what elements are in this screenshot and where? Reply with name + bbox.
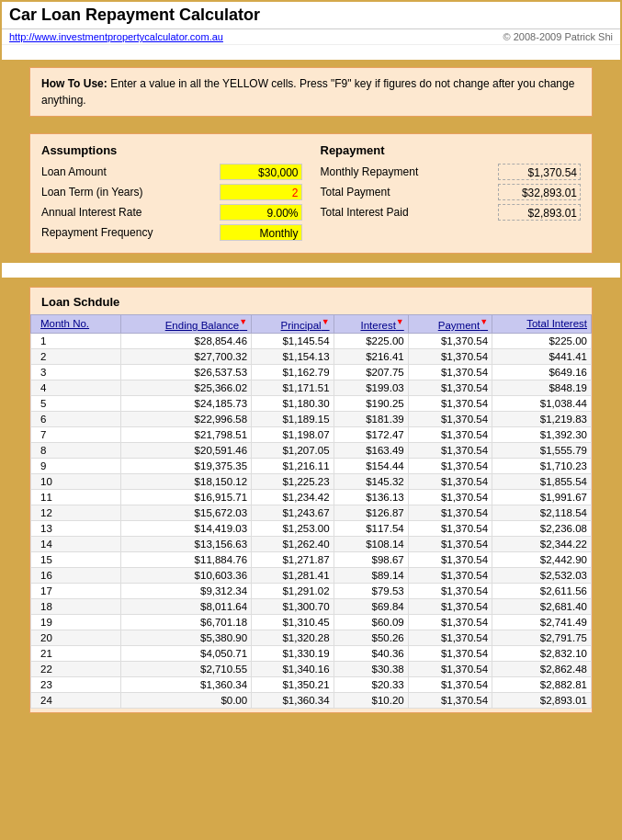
table-cell: $154.44 (334, 458, 408, 473)
col-interest: Interest▼ (334, 315, 408, 334)
assumptions-title: Assumptions (41, 143, 302, 157)
loan-term-value[interactable]: 2 (220, 184, 302, 200)
table-cell: 2 (31, 348, 121, 364)
table-row: 21$4,050.71$1,330.19$40.36$1,370.54$2,83… (31, 645, 592, 661)
interest-rate-value[interactable]: 9.00% (220, 204, 302, 221)
table-cell: $1,370.54 (408, 676, 492, 692)
spacer-1 (2, 124, 620, 130)
table-cell: 18 (31, 598, 121, 614)
table-cell: 12 (31, 505, 121, 520)
table-cell: $1,271.87 (252, 551, 334, 567)
schedule-table: Month No. Ending Balance▼ Principal▼ Int… (30, 314, 592, 709)
table-cell: $1,370.54 (408, 661, 492, 676)
table-cell: $1,243.67 (252, 505, 334, 520)
table-cell: $1,370.54 (408, 442, 492, 458)
table-cell: $1,162.79 (252, 364, 334, 380)
table-cell: 13 (31, 520, 121, 536)
table-row: 18$8,011.64$1,300.70$69.84$1,370.54$2,68… (31, 598, 592, 614)
table-row: 24$0.00$1,360.34$10.20$1,370.54$2,893.01 (31, 692, 592, 708)
table-cell: 22 (31, 661, 121, 676)
schedule-header-row: Month No. Ending Balance▼ Principal▼ Int… (31, 315, 592, 334)
table-cell: 23 (31, 676, 121, 692)
table-cell: $26,537.53 (121, 364, 252, 380)
table-cell: $2,118.54 (492, 505, 592, 520)
table-cell: $1,180.30 (252, 395, 334, 411)
table-row: 15$11,884.76$1,271.87$98.67$1,370.54$2,4… (31, 551, 592, 567)
table-row: 10$18,150.12$1,225.23$145.32$1,370.54$1,… (31, 473, 592, 489)
table-cell: $1,154.13 (252, 348, 334, 364)
table-cell: $1,300.70 (252, 598, 334, 614)
repayment-frequency-row: Repayment Frequency Monthly (41, 223, 302, 242)
table-row: 20$5,380.90$1,320.28$50.26$1,370.54$2,79… (31, 630, 592, 645)
table-cell: 21 (31, 645, 121, 661)
table-cell: $172.47 (334, 426, 408, 442)
table-cell: $181.39 (334, 411, 408, 426)
table-cell: 7 (31, 426, 121, 442)
table-cell: $9,312.34 (121, 583, 252, 598)
table-cell: 10 (31, 473, 121, 489)
table-cell: $2,741.49 (492, 614, 592, 630)
loan-amount-label: Loan Amount (41, 165, 220, 178)
table-cell: $225.00 (334, 333, 408, 348)
interest-rate-row: Annual Interest Rate 9.00% (41, 203, 302, 221)
table-cell: $20.33 (334, 676, 408, 692)
table-cell: $216.41 (334, 348, 408, 364)
table-cell: $2,882.81 (492, 676, 592, 692)
table-cell: $1,392.30 (492, 426, 592, 442)
total-interest-label: Total Interest Paid (321, 206, 499, 219)
table-cell: $2,893.01 (492, 692, 592, 708)
table-cell: 19 (31, 614, 121, 630)
table-cell: $1,262.40 (252, 536, 334, 551)
table-cell: 5 (31, 395, 121, 411)
table-row: 16$10,603.36$1,281.41$89.14$1,370.54$2,5… (31, 567, 592, 583)
table-cell: $649.16 (492, 364, 592, 380)
table-cell: $1,189.15 (252, 411, 334, 426)
loan-amount-value[interactable]: $30,000 (220, 164, 302, 180)
table-row: 22$2,710.55$1,340.16$30.38$1,370.54$2,86… (31, 661, 592, 676)
table-cell: $848.19 (492, 380, 592, 395)
total-payment-label: Total Payment (321, 186, 499, 199)
table-cell: $2,344.22 (492, 536, 592, 551)
table-cell: $20,591.46 (121, 442, 252, 458)
table-cell: $10.20 (334, 692, 408, 708)
table-cell: $25,366.02 (121, 380, 252, 395)
table-row: 3$26,537.53$1,162.79$207.75$1,370.54$649… (31, 364, 592, 380)
title-text: Car Loan Repayment Calculator (9, 6, 260, 24)
table-cell: 11 (31, 489, 121, 505)
table-cell: $21,798.51 (121, 426, 252, 442)
table-row: 17$9,312.34$1,291.02$79.53$1,370.54$2,61… (31, 583, 592, 598)
table-cell: 8 (31, 442, 121, 458)
table-cell: $1,370.54 (408, 333, 492, 348)
loan-term-row: Loan Term (in Years) 2 (41, 183, 302, 201)
table-cell: $126.87 (334, 505, 408, 520)
empty-row-3 (2, 45, 620, 60)
table-cell: $1,991.67 (492, 489, 592, 505)
table-cell: $1,370.54 (408, 426, 492, 442)
table-row: 9$19,375.35$1,216.11$154.44$1,370.54$1,7… (31, 458, 592, 473)
table-cell: $19,375.35 (121, 458, 252, 473)
table-cell: $15,672.03 (121, 505, 252, 520)
table-cell: $145.32 (334, 473, 408, 489)
table-cell: $11,884.76 (121, 551, 252, 567)
table-cell: $1,310.45 (252, 614, 334, 630)
table-cell: $27,700.32 (121, 348, 252, 364)
table-row: 7$21,798.51$1,198.07$172.47$1,370.54$1,3… (31, 426, 592, 442)
table-cell: 16 (31, 567, 121, 583)
table-cell: $1,370.54 (408, 364, 492, 380)
col-month-no: Month No. (31, 315, 121, 334)
table-cell: $1,370.54 (408, 489, 492, 505)
interest-rate-label: Annual Interest Rate (41, 206, 220, 219)
table-cell: $30.38 (334, 661, 408, 676)
table-cell: $199.03 (334, 380, 408, 395)
table-cell: $13,156.63 (121, 536, 252, 551)
repayment-frequency-value[interactable]: Monthly (220, 224, 302, 241)
table-cell: $14,419.03 (121, 520, 252, 536)
table-row: 8$20,591.46$1,207.05$163.49$1,370.54$1,5… (31, 442, 592, 458)
total-payment-row: Total Payment $32,893.01 (321, 183, 582, 201)
website-link[interactable]: http://www.investmentpropertycalculator.… (9, 31, 223, 42)
col-total-interest: Total Interest (492, 315, 592, 334)
table-cell: $1,370.54 (408, 380, 492, 395)
url-row: http://www.investmentpropertycalculator.… (2, 29, 620, 45)
table-cell: 24 (31, 692, 121, 708)
table-cell: $1,145.54 (252, 333, 334, 348)
